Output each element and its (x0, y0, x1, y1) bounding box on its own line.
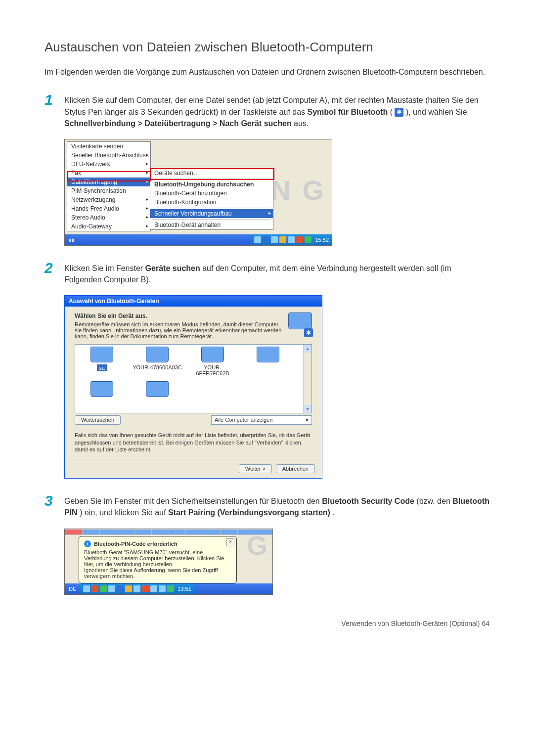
tray-icon[interactable] (100, 585, 107, 592)
tray-icon[interactable] (125, 585, 132, 592)
menu-item[interactable]: PIM-Synchronisation (67, 186, 150, 195)
text: (bzw. den (416, 497, 452, 505)
dialog-note: Falls sich das von Ihnen gesuchte Gerät … (75, 432, 312, 453)
background-letter: G (247, 530, 267, 561)
menu-item[interactable]: Visitenkarte senden (67, 142, 150, 151)
step-number: 3 (44, 493, 64, 518)
scrollbar[interactable]: ▴ ▾ (303, 345, 312, 413)
tray-icon[interactable] (271, 236, 278, 243)
chevron-down-icon: ▾ (306, 417, 309, 423)
step-3: 3 Geben Sie im Fenster mit den Sicherhei… (44, 493, 490, 518)
tray-icon[interactable] (288, 236, 295, 243)
bluetooth-tray-icon[interactable] (117, 585, 124, 592)
dialog-body: Wählen Sie ein Gerät aus. Remotegeräte m… (65, 307, 322, 459)
close-icon[interactable]: × (226, 538, 234, 546)
text: Klicken Sie im Fenster (64, 264, 145, 272)
tray-icon[interactable] (134, 585, 140, 592)
language-indicator[interactable]: DE (65, 586, 80, 592)
menu-item[interactable]: Hands-Free Audio (67, 204, 150, 213)
text: ) ein, und klicken Sie auf (80, 508, 168, 517)
step-number: 2 (44, 261, 64, 285)
text-bold: Geräte suchen (145, 264, 200, 272)
page-footer: Verwenden von Bluetooth-Geräten (Optiona… (44, 620, 490, 627)
system-tray: 15:52 (251, 234, 332, 245)
notification-balloon[interactable]: × i Bluetooth-PIN-Code erforderlich Blue… (79, 536, 237, 583)
balloon-title: Bluetooth-PIN-Code erforderlich (94, 541, 178, 547)
text-bold: Schnellverbindung > Dateiübertragung > N… (64, 119, 292, 128)
device-item[interactable] (77, 381, 127, 399)
text-bold: Start Pairing (Verbindungsvorgang starte… (168, 508, 330, 517)
scroll-up-icon[interactable]: ▴ (304, 345, 312, 353)
dialog-title: Auswahl von Bluetooth-Geräten (65, 296, 322, 307)
step-1: 1 Klicken Sie auf dem Computer, der eine… (44, 92, 490, 129)
laptop-icon (257, 347, 279, 362)
system-tray: 13:51 (80, 583, 194, 594)
menu-item[interactable]: Stereo Audio (67, 213, 150, 222)
step-body: Klicken Sie auf dem Computer, der eine D… (64, 92, 490, 129)
menu-item[interactable]: Bluetooth-Gerät anhalten (150, 221, 273, 229)
taskbar-left: int (65, 237, 79, 243)
text: aus. (294, 119, 309, 128)
menu-item[interactable]: Bluetooth-Gerät hinzufügen (150, 189, 273, 198)
device-item[interactable]: sa (77, 347, 127, 376)
text: . (332, 508, 334, 517)
tray-icon[interactable] (142, 585, 149, 592)
laptop-icon (146, 381, 169, 397)
device-listbox: sa YOUR-478600A83C YOUR-6FFE5FC62B (75, 344, 312, 413)
text-bold: Symbol für Bluetooth (308, 108, 388, 116)
text: ( (390, 108, 395, 116)
tray-icon[interactable] (305, 236, 312, 243)
context-menu-quick-connect: Visitenkarte senden Serieller Bluetooth-… (67, 141, 151, 231)
laptop-icon (201, 347, 224, 362)
device-label: YOUR-478600A83C (133, 364, 182, 370)
menu-separator (152, 219, 271, 220)
device-item[interactable] (243, 347, 293, 376)
menu-item-quick-connect[interactable]: Schneller Verbindungsaufbau (150, 209, 273, 218)
menu-item[interactable]: DFÜ-Netzwerk (67, 160, 150, 169)
screenshot-context-menu: N G Visitenkarte senden Serieller Blueto… (64, 139, 332, 246)
balloon-body: Bluetooth-Gerät "SAMSUNG M70" versucht, … (84, 549, 224, 579)
menu-item[interactable]: Bluetooth-Umgebung durchsuchen (150, 180, 273, 189)
intro-paragraph: Im Folgenden werden die Vorgänge zum Aus… (44, 67, 490, 78)
clock: 13:51 (178, 586, 191, 592)
tray-icon[interactable] (279, 236, 286, 243)
laptop-icon (90, 381, 113, 397)
scroll-down-icon[interactable]: ▾ (304, 405, 312, 413)
next-button[interactable]: Weiter > (239, 464, 272, 473)
tray-icon[interactable] (108, 585, 115, 592)
select-value: Alle Computer anzeigen (215, 417, 272, 423)
menu-item[interactable]: Bluetooth-Konfiguration (150, 198, 273, 207)
menu-item[interactable]: Audio-Gateway (67, 222, 150, 231)
device-item[interactable]: YOUR-6FFE5FC62B (188, 347, 237, 376)
tray-icon[interactable] (254, 236, 261, 243)
device-item[interactable]: YOUR-478600A83C (133, 347, 182, 376)
filter-select[interactable]: Alle Computer anzeigen ▾ (211, 415, 312, 425)
tray-icon[interactable] (159, 585, 166, 592)
laptop-bluetooth-icon: ✱ (288, 312, 312, 336)
bluetooth-tray-icon[interactable] (263, 236, 269, 243)
menu-item[interactable]: Serieller Bluetooth-Anschluss (67, 151, 150, 160)
taskbar: DE 13:51 (65, 583, 272, 594)
tray-icon[interactable] (296, 236, 303, 243)
device-item[interactable] (133, 381, 182, 399)
screenshot-device-selection-dialog: Auswahl von Bluetooth-Geräten Wählen Sie… (64, 295, 322, 479)
search-again-button[interactable]: Weitersuchen (75, 415, 121, 425)
cancel-button[interactable]: Abbrechen (276, 464, 315, 473)
tray-icon[interactable] (150, 585, 157, 592)
laptop-icon (90, 347, 113, 362)
background-letters: N G (270, 174, 326, 206)
step-2: 2 Klicken Sie im Fenster Geräte suchen a… (44, 261, 490, 285)
clock: 15:52 (315, 237, 329, 243)
page: Austauschen von Dateien zwischen Bluetoo… (0, 0, 534, 647)
tray-icon[interactable] (83, 585, 90, 592)
section-title: Austauschen von Dateien zwischen Bluetoo… (44, 40, 490, 55)
menu-item[interactable]: Netzwerkzugang (67, 195, 150, 204)
menu-separator (152, 208, 271, 208)
step-body: Geben Sie im Fenster mit den Sicherheits… (64, 493, 490, 518)
step-body: Klicken Sie im Fenster Geräte suchen auf… (64, 261, 490, 285)
bluetooth-icon: ✱ (395, 108, 403, 117)
tray-icon[interactable] (167, 585, 174, 592)
dialog-subhead: Wählen Sie ein Gerät aus. (75, 312, 283, 319)
laptop-icon (146, 347, 169, 362)
tray-icon[interactable] (91, 585, 98, 592)
